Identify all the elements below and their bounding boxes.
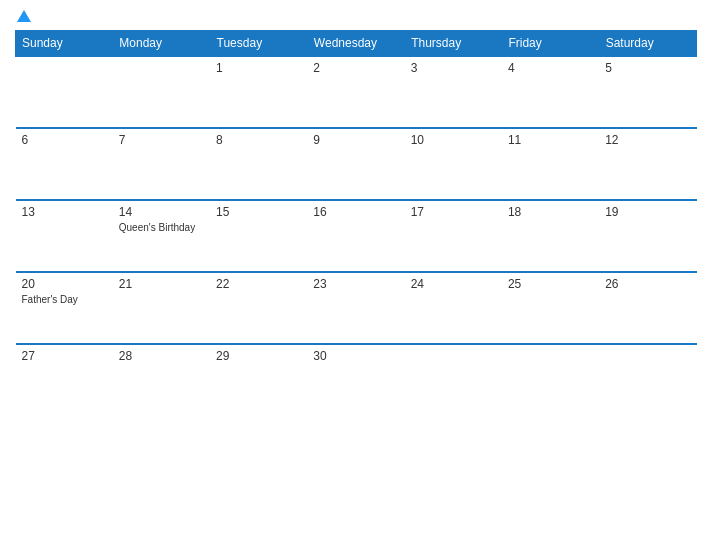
weekday-header: Friday [502, 31, 599, 57]
day-number: 10 [411, 133, 496, 147]
calendar-cell: 28 [113, 344, 210, 416]
day-number: 24 [411, 277, 496, 291]
calendar-week-row: 20Father's Day212223242526 [16, 272, 697, 344]
day-number: 18 [508, 205, 593, 219]
day-number: 1 [216, 61, 301, 75]
calendar-cell: 6 [16, 128, 113, 200]
calendar-cell: 21 [113, 272, 210, 344]
calendar-cell: 29 [210, 344, 307, 416]
weekday-header: Monday [113, 31, 210, 57]
day-number: 6 [22, 133, 107, 147]
day-number: 23 [313, 277, 398, 291]
calendar-cell: 11 [502, 128, 599, 200]
calendar-cell: 5 [599, 56, 696, 128]
day-number: 26 [605, 277, 690, 291]
day-number: 9 [313, 133, 398, 147]
holiday-label: Queen's Birthday [119, 221, 204, 234]
calendar-table: SundayMondayTuesdayWednesdayThursdayFrid… [15, 30, 697, 416]
calendar-cell: 8 [210, 128, 307, 200]
calendar-cell: 23 [307, 272, 404, 344]
day-number: 29 [216, 349, 301, 363]
day-number: 19 [605, 205, 690, 219]
day-number: 27 [22, 349, 107, 363]
day-number: 17 [411, 205, 496, 219]
calendar-cell [405, 344, 502, 416]
logo [15, 10, 31, 22]
calendar-cell: 7 [113, 128, 210, 200]
calendar-cell [113, 56, 210, 128]
day-number: 22 [216, 277, 301, 291]
calendar-cell: 3 [405, 56, 502, 128]
day-number: 28 [119, 349, 204, 363]
day-number: 14 [119, 205, 204, 219]
weekday-header: Tuesday [210, 31, 307, 57]
calendar-week-row: 12345 [16, 56, 697, 128]
day-number: 16 [313, 205, 398, 219]
calendar-cell: 4 [502, 56, 599, 128]
holiday-label: Father's Day [22, 293, 107, 306]
calendar-cell: 9 [307, 128, 404, 200]
calendar-cell [16, 56, 113, 128]
day-number: 11 [508, 133, 593, 147]
calendar-cell: 14Queen's Birthday [113, 200, 210, 272]
calendar-cell [502, 344, 599, 416]
weekday-header: Saturday [599, 31, 696, 57]
day-number: 3 [411, 61, 496, 75]
calendar-cell: 20Father's Day [16, 272, 113, 344]
weekday-header: Thursday [405, 31, 502, 57]
day-number: 30 [313, 349, 398, 363]
day-number: 15 [216, 205, 301, 219]
day-number: 21 [119, 277, 204, 291]
calendar-cell: 22 [210, 272, 307, 344]
calendar-cell [599, 344, 696, 416]
logo-triangle-icon [17, 10, 31, 22]
calendar-cell: 1 [210, 56, 307, 128]
day-number: 5 [605, 61, 690, 75]
calendar-cell: 12 [599, 128, 696, 200]
calendar-page: SundayMondayTuesdayWednesdayThursdayFrid… [0, 0, 712, 550]
calendar-week-row: 6789101112 [16, 128, 697, 200]
calendar-cell: 2 [307, 56, 404, 128]
calendar-cell: 17 [405, 200, 502, 272]
calendar-cell: 19 [599, 200, 696, 272]
day-number: 7 [119, 133, 204, 147]
calendar-cell: 26 [599, 272, 696, 344]
weekday-header: Wednesday [307, 31, 404, 57]
day-number: 8 [216, 133, 301, 147]
calendar-cell: 16 [307, 200, 404, 272]
day-number: 25 [508, 277, 593, 291]
calendar-cell: 24 [405, 272, 502, 344]
calendar-week-row: 27282930 [16, 344, 697, 416]
calendar-cell: 15 [210, 200, 307, 272]
calendar-cell: 10 [405, 128, 502, 200]
calendar-cell: 13 [16, 200, 113, 272]
calendar-cell: 30 [307, 344, 404, 416]
calendar-cell: 27 [16, 344, 113, 416]
calendar-cell: 25 [502, 272, 599, 344]
calendar-cell: 18 [502, 200, 599, 272]
weekday-header: Sunday [16, 31, 113, 57]
day-number: 2 [313, 61, 398, 75]
day-number: 12 [605, 133, 690, 147]
day-number: 13 [22, 205, 107, 219]
calendar-week-row: 1314Queen's Birthday1516171819 [16, 200, 697, 272]
weekday-header-row: SundayMondayTuesdayWednesdayThursdayFrid… [16, 31, 697, 57]
day-number: 20 [22, 277, 107, 291]
day-number: 4 [508, 61, 593, 75]
header [15, 10, 697, 22]
